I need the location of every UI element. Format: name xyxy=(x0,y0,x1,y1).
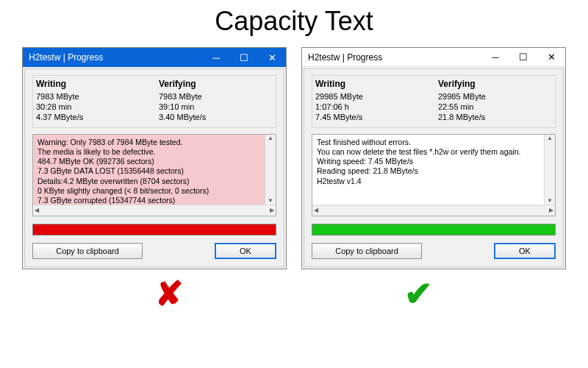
left-message-box: Warning: Only 7983 of 7984 MByte tested.… xyxy=(32,134,276,216)
verifying-speed: 21.8 MByte/s xyxy=(438,113,552,121)
right-writing-column: Writing 29985 MByte 1:07:06 h 7.45 MByte… xyxy=(315,79,429,121)
writing-amount: 29985 MByte xyxy=(315,92,429,101)
ok-button[interactable]: OK xyxy=(494,243,556,259)
right-window-title: H2testw | Progress xyxy=(308,52,481,63)
writing-label: Writing xyxy=(36,79,150,89)
writing-time: 1:07:06 h xyxy=(315,102,429,111)
horizontal-scrollbar[interactable]: ◀▶ xyxy=(312,205,555,216)
close-button[interactable]: ✕ xyxy=(258,48,286,67)
writing-time: 30:28 min xyxy=(36,102,150,111)
close-button[interactable]: ✕ xyxy=(537,48,565,67)
page-title: Capacity Text xyxy=(0,6,588,37)
msg-line: Test finished without errors. xyxy=(317,138,551,147)
right-titlebar[interactable]: H2testw | Progress ─ ☐ ✕ xyxy=(302,48,565,67)
writing-speed: 4.37 MByte/s xyxy=(36,113,150,121)
windows-row: H2testw | Progress ─ ☐ ✕ Writing 7983 MB… xyxy=(0,47,588,269)
msg-line: 7.3 GByte corrupted (15347744 sectors) xyxy=(37,196,271,205)
writing-speed: 7.45 MByte/s xyxy=(315,113,429,121)
msg-line: Warning: Only 7983 of 7984 MByte tested. xyxy=(37,138,271,147)
cross-mark-icon: ✘ xyxy=(155,274,184,314)
vertical-scrollbar[interactable]: ▲▼ xyxy=(544,135,555,205)
maximize-button[interactable]: ☐ xyxy=(230,48,258,67)
msg-line: The media is likely to be defective. xyxy=(37,147,271,157)
left-progress-bar xyxy=(32,224,276,236)
left-window: H2testw | Progress ─ ☐ ✕ Writing 7983 MB… xyxy=(22,47,287,269)
msg-line: You can now delete the test files *.h2w … xyxy=(317,147,551,157)
marks-row: ✘ ✔ xyxy=(0,274,588,314)
left-titlebar[interactable]: H2testw | Progress ─ ☐ ✕ xyxy=(23,48,286,67)
left-writing-column: Writing 7983 MByte 30:28 min 4.37 MByte/… xyxy=(36,79,150,121)
vertical-scrollbar[interactable]: ▲▼ xyxy=(265,135,276,205)
writing-amount: 7983 MByte xyxy=(36,92,150,101)
right-body: Writing 29985 MByte 1:07:06 h 7.45 MByte… xyxy=(304,68,564,267)
right-verifying-column: Verifying 29985 MByte 22:55 min 21.8 MBy… xyxy=(438,79,552,121)
msg-line: 484.7 MByte OK (992736 sectors) xyxy=(37,157,271,166)
msg-line: 0 KByte slightly changed (< 8 bit/sector… xyxy=(37,186,271,196)
copy-to-clipboard-button[interactable]: Copy to clipboard xyxy=(32,243,143,259)
msg-line: Writing speed: 7.45 MByte/s xyxy=(317,157,551,166)
left-stats: Writing 7983 MByte 30:28 min 4.37 MByte/… xyxy=(32,75,276,128)
right-progress-bar xyxy=(312,224,556,236)
ok-button[interactable]: OK xyxy=(215,243,276,259)
right-stats: Writing 29985 MByte 1:07:06 h 7.45 MByte… xyxy=(312,75,556,128)
left-window-title: H2testw | Progress xyxy=(29,52,202,63)
maximize-button[interactable]: ☐ xyxy=(509,48,537,67)
msg-line: Reading speed: 21.8 MByte/s xyxy=(317,166,551,176)
verifying-label: Verifying xyxy=(159,79,273,89)
msg-line: Details:4.2 MByte overwritten (8704 sect… xyxy=(37,177,271,186)
minimize-button[interactable]: ─ xyxy=(481,48,509,67)
verifying-label: Verifying xyxy=(438,79,552,89)
verifying-amount: 29985 MByte xyxy=(438,92,552,101)
verifying-speed: 3.40 MByte/s xyxy=(159,113,273,121)
copy-to-clipboard-button[interactable]: Copy to clipboard xyxy=(312,243,422,259)
left-button-row: Copy to clipboard OK xyxy=(32,243,276,259)
minimize-button[interactable]: ─ xyxy=(202,48,230,67)
left-verifying-column: Verifying 7983 MByte 39:10 min 3.40 MByt… xyxy=(159,79,273,121)
left-body: Writing 7983 MByte 30:28 min 4.37 MByte/… xyxy=(24,68,284,267)
verifying-time: 22:55 min xyxy=(438,102,552,111)
right-message-box: Test finished without errors. You can no… xyxy=(312,134,556,216)
check-mark-icon: ✔ xyxy=(404,274,433,314)
right-button-row: Copy to clipboard OK xyxy=(312,243,556,259)
msg-line: H2testw v1.4 xyxy=(317,177,551,186)
msg-line: 7.3 GByte DATA LOST (15356448 sectors) xyxy=(37,166,271,176)
horizontal-scrollbar[interactable]: ◀▶ xyxy=(33,205,276,216)
right-window: H2testw | Progress ─ ☐ ✕ Writing 29985 M… xyxy=(301,47,566,269)
writing-label: Writing xyxy=(315,79,429,89)
verifying-amount: 7983 MByte xyxy=(159,92,273,101)
verifying-time: 39:10 min xyxy=(159,102,273,111)
